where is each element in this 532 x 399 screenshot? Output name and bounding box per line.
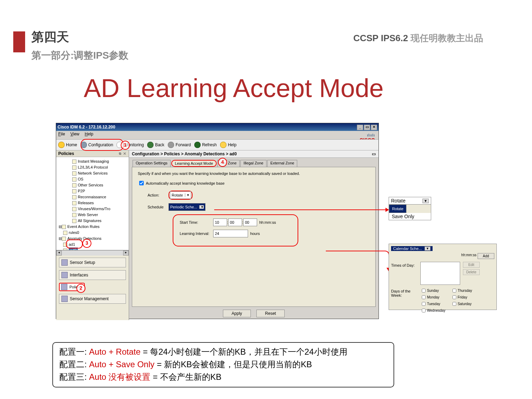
ad-icon: [63, 249, 67, 251]
folder-icon: [72, 219, 76, 223]
folder-icon: [72, 160, 76, 164]
policies-icon: [61, 284, 67, 290]
folder-icon: [62, 237, 66, 241]
sensor-icon: [61, 259, 68, 266]
forward-button[interactable]: Forward: [168, 142, 191, 148]
schedule-select[interactable]: Periodic Sche...▼: [168, 203, 205, 211]
nav-policies[interactable]: Policies2: [59, 283, 85, 291]
nav-sensor-setup[interactable]: Sensor Setup: [59, 258, 126, 267]
accent-bar: [13, 31, 25, 52]
friday-checkbox[interactable]: Friday: [451, 294, 472, 300]
tab-external-zone[interactable]: External Zone: [267, 160, 297, 167]
rotate-option-save-only[interactable]: Save Only: [389, 213, 431, 220]
action-select[interactable]: Rotate▼: [170, 191, 191, 199]
collapse-icon[interactable]: ▭: [372, 152, 376, 156]
help-button[interactable]: Help: [220, 142, 237, 148]
menu-view[interactable]: View: [70, 132, 80, 136]
start-sec-input[interactable]: [243, 219, 257, 226]
folder-icon: [72, 171, 76, 176]
window-titlebar: Cisco IDM 6.2 - 172.16.12.200 _▭✕: [56, 123, 379, 131]
menu-help[interactable]: Help: [85, 132, 93, 136]
folder-icon: [72, 213, 76, 217]
pane-controls-icon[interactable]: ⧉ ✕: [119, 152, 127, 156]
folder-icon: [72, 195, 76, 199]
rotate-options-popup: Rotate▼ Rotate Save Only: [389, 197, 431, 220]
tabs-row: Operation Settings Learning Accept Mode …: [129, 158, 379, 167]
tab-learning-accept-mode[interactable]: Learning Accept Mode: [171, 160, 216, 167]
folder-icon: [72, 177, 76, 182]
folder-icon: [62, 225, 66, 229]
interval-unit: hours: [250, 231, 260, 236]
monday-checkbox[interactable]: Monday: [420, 294, 445, 300]
auto-accept-checkbox[interactable]: Automatically accept learning knowledge …: [138, 180, 370, 186]
callout-arrow-calendar: [326, 251, 389, 271]
apply-button[interactable]: Apply: [223, 310, 251, 317]
callout-oval-ad0: [66, 239, 83, 249]
tab-body: Specify if and when you want the learnin…: [132, 167, 376, 307]
refresh-icon: [194, 142, 201, 148]
callout-number-2: 2: [76, 284, 85, 293]
nav-interfaces[interactable]: Interfaces: [59, 270, 126, 280]
chevron-down-icon[interactable]: ▼: [422, 199, 429, 203]
calendar-select[interactable]: Calendar Sche...▼: [391, 246, 433, 251]
day-label: 第四天: [31, 29, 69, 46]
delete-button[interactable]: Delete: [463, 269, 480, 275]
callout-number-1: 1: [121, 141, 130, 150]
callout-number-3: 3: [82, 239, 91, 248]
learning-interval-input[interactable]: [213, 230, 248, 237]
refresh-button[interactable]: Refresh: [194, 142, 217, 148]
times-list[interactable]: [420, 262, 460, 285]
checkbox-icon[interactable]: [139, 181, 144, 185]
rules-icon: [63, 231, 67, 235]
description-text: Specify if and when you want the learnin…: [138, 171, 333, 176]
home-button[interactable]: Home: [58, 142, 77, 148]
saturday-checkbox[interactable]: Saturday: [451, 301, 472, 307]
nav-sensor-management[interactable]: Sensor Management: [59, 294, 126, 304]
tuesday-checkbox[interactable]: Tuesday: [420, 301, 445, 307]
rotate-option-rotate[interactable]: Rotate: [389, 205, 406, 213]
tab-operation-settings[interactable]: Operation Settings: [133, 160, 171, 167]
thursday-checkbox[interactable]: Thursday: [451, 288, 472, 294]
time-format-hint: hh:mm:ss: [460, 253, 478, 260]
start-time-label: Start Time:: [180, 220, 213, 224]
callout-schedule-box: Start Time: : : hh:mm:ss Learning Interv…: [173, 214, 298, 246]
callout-oval-configuration: [81, 139, 124, 151]
left-pane: Policies ⧉ ✕ Instant Messaging L2/L3/L4 …: [56, 150, 129, 320]
callout-oval-action: Rotate▼: [168, 191, 193, 200]
tab-illegal-zone[interactable]: Illegal Zone: [240, 160, 267, 167]
slide-title: AD Learning Accept Mode: [84, 73, 384, 103]
toolbar: Home Configuration Monitoring Back Forwa…: [56, 139, 379, 150]
rotate-select-value[interactable]: Rotate: [391, 198, 405, 204]
add-button[interactable]: Add: [478, 253, 494, 259]
time-hint: hh:mm:ss: [259, 220, 276, 224]
branding-strong: CCSP IPS6.2: [353, 33, 408, 43]
wednesday-checkbox[interactable]: Wednesday: [420, 308, 445, 313]
schedule-label: Schedule: [148, 205, 168, 209]
folder-icon: [72, 207, 76, 211]
menu-bar[interactable]: FFileile View Help: [56, 131, 379, 139]
forward-icon: [168, 142, 174, 148]
folder-icon: [72, 165, 76, 170]
back-button[interactable]: Back: [147, 142, 164, 148]
tree-scrollbar[interactable]: ◄►: [56, 250, 129, 256]
start-hour-input[interactable]: [213, 219, 227, 226]
edit-button[interactable]: Edit: [463, 262, 480, 268]
reset-button[interactable]: Reset: [256, 310, 285, 317]
chevron-down-icon: ▼: [425, 246, 430, 251]
chevron-down-icon: ▼: [199, 205, 204, 209]
folder-icon: [72, 183, 76, 187]
action-label: Action:: [148, 193, 168, 197]
cisco-bars-icon: ılıılı: [360, 133, 375, 137]
folder-icon: [72, 189, 76, 193]
times-of-day-label: Times of Day:: [391, 262, 420, 267]
window-controls[interactable]: _▭✕: [356, 124, 377, 130]
menu-file[interactable]: FFileile: [58, 132, 65, 136]
start-min-input[interactable]: [228, 219, 242, 226]
breadcrumb: Configuration > Policies > Anomaly Detec…: [129, 150, 379, 158]
chevron-down-icon: ▼: [185, 193, 189, 197]
policy-tree[interactable]: Instant Messaging L2/L3/L4 Protocol Netw…: [56, 157, 129, 250]
help-icon: [220, 142, 226, 148]
config-notes: 配置一: Auto + Rotate = 每24小时创建一个新的KB，并且在下一…: [52, 342, 394, 387]
sunday-checkbox[interactable]: Sunday: [420, 288, 445, 294]
section-subtitle: 第一部分:调整IPS参数: [31, 49, 128, 62]
